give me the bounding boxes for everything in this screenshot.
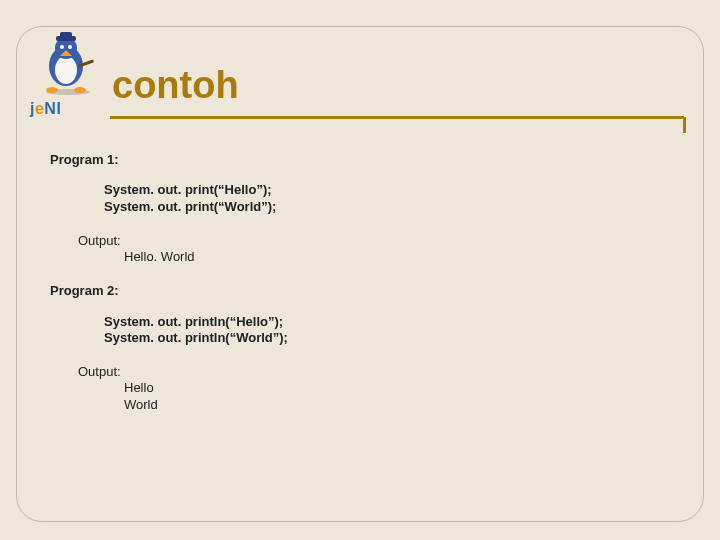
program-2-output: Hello World [124, 380, 670, 413]
brand-wordmark: jeNI [30, 100, 61, 118]
program-1-output-label: Output: [78, 233, 670, 249]
slide-body: Program 1: System. out. print(“Hello”); … [50, 150, 670, 510]
program-2-code: System. out. println(“Hello”); System. o… [104, 314, 670, 347]
program-2-output-label: Output: [78, 364, 670, 380]
slide: jeNI contoh Program 1: System. out. prin… [0, 0, 720, 540]
svg-rect-8 [60, 32, 72, 38]
program-1-output: Hello. World [124, 249, 670, 265]
svg-point-9 [46, 87, 58, 93]
program-2-heading: Program 2: [50, 283, 670, 299]
svg-point-2 [55, 56, 77, 84]
svg-point-5 [68, 45, 72, 49]
title-underline [110, 116, 684, 119]
program-1-code: System. out. print(“Hello”); System. out… [104, 182, 670, 215]
svg-point-10 [74, 87, 86, 93]
slide-title: contoh [112, 64, 239, 107]
program-1-heading: Program 1: [50, 152, 670, 168]
svg-point-4 [60, 45, 64, 49]
mascot-logo-icon [34, 32, 98, 96]
